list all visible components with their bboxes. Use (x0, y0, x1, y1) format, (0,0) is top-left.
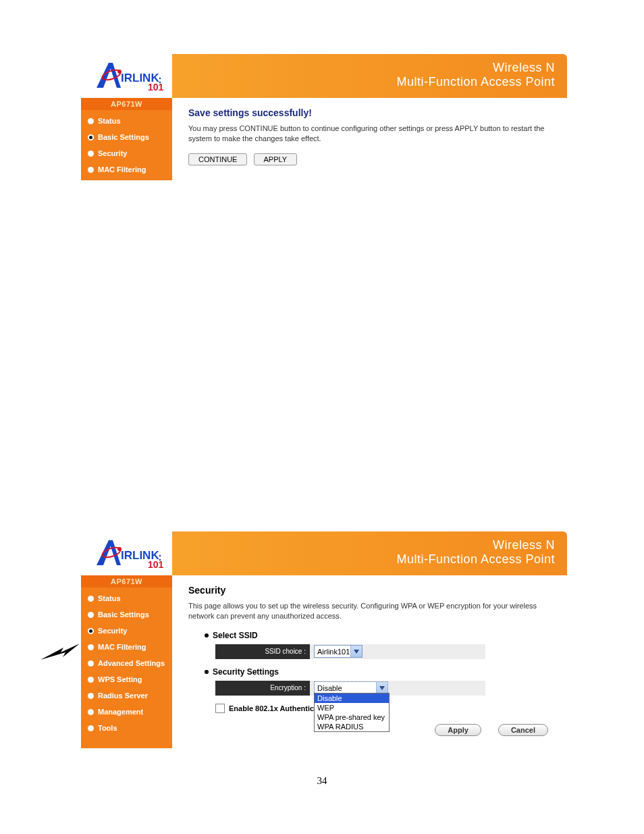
banner-line1: Wireless N (172, 61, 555, 75)
radio-icon (88, 709, 94, 715)
sidebar-item-label: MAC Filtering (98, 165, 146, 174)
sidebar-item-mac-filtering[interactable]: MAC Filtering (81, 639, 172, 655)
model-label: AP671W (81, 575, 172, 588)
bullet-icon (205, 633, 209, 637)
radio-icon (88, 612, 94, 618)
section-label: Security Settings (213, 667, 279, 677)
svg-point-4 (159, 77, 161, 79)
sidebar-item-label: Security (98, 627, 127, 635)
svg-text:101: 101 (148, 559, 164, 570)
apply-button[interactable]: APPLY (254, 153, 298, 165)
sidebar-item-basic-settings[interactable]: Basic Settings (81, 129, 172, 145)
sidebar-item-management[interactable]: Management (81, 704, 172, 720)
section-select-ssid: Select SSID (205, 631, 560, 640)
svg-text:101: 101 (148, 82, 164, 93)
sidebar-item-status[interactable]: Status (81, 590, 172, 606)
svg-marker-6 (41, 644, 80, 660)
radio-icon (88, 660, 94, 667)
sidebar-item-label: Basic Settings (98, 133, 149, 141)
continue-button[interactable]: CONTINUE (188, 153, 247, 165)
callout-arrow-icon (41, 640, 81, 667)
radio-icon (88, 693, 94, 699)
ssid-choice-label: SSID choice : (215, 644, 310, 659)
svg-point-11 (159, 554, 161, 556)
radio-icon (88, 725, 94, 731)
ssid-select[interactable]: Airlink101 (314, 645, 363, 658)
sidebar-item-label: Radius Server (98, 692, 148, 700)
radio-icon (88, 596, 94, 602)
banner-line2: Multi-Function Access Point (172, 552, 555, 567)
page-title: Save settings successfully! (188, 107, 560, 118)
encryption-option[interactable]: WPA RADIUS (315, 722, 389, 731)
page-description: You may press CONTINUE button to continu… (188, 124, 553, 144)
encryption-option[interactable]: Disable (315, 694, 389, 703)
sidebar-item-label: Advanced Settings (98, 659, 165, 667)
svg-point-5 (159, 81, 161, 83)
radio-icon (88, 628, 94, 634)
page-number: 34 (0, 775, 644, 787)
sidebar-item-label: Basic Settings (98, 610, 149, 619)
svg-marker-13 (354, 650, 359, 654)
encryption-option[interactable]: WEP (315, 703, 389, 712)
sidebar-item-mac-filtering[interactable]: MAC Filtering (81, 161, 172, 178)
sidebar-item-label: MAC Filtering (98, 643, 146, 651)
section-security-settings: Security Settings (205, 667, 560, 677)
sidebar-item-security[interactable]: Security (81, 623, 172, 639)
chevron-down-icon (376, 682, 387, 694)
page-title: Security (188, 585, 560, 596)
svg-point-12 (159, 558, 161, 561)
sidebar-item-status[interactable]: Status (81, 113, 172, 129)
chevron-down-icon (350, 646, 362, 657)
bullet-icon (205, 670, 209, 674)
product-banner: Wireless N Multi-Function Access Point (172, 54, 567, 98)
encryption-label: Encryption : (215, 681, 310, 696)
encryption-select-value: Disable (317, 684, 342, 692)
radio-icon (88, 644, 94, 650)
enable-8021x-checkbox[interactable] (215, 704, 225, 713)
radio-icon (88, 167, 94, 173)
sidebar-item-tools[interactable]: Tools (81, 720, 172, 736)
section-label: Select SSID (213, 631, 258, 640)
radio-icon (88, 677, 94, 683)
sidebar: AP671W Status Basic Settings Security (81, 98, 172, 180)
sidebar-item-radius-server[interactable]: Radius Server (81, 687, 172, 704)
apply-button[interactable]: Apply (435, 724, 481, 736)
sidebar-item-label: Management (98, 708, 143, 716)
radio-icon (88, 118, 94, 124)
banner-line1: Wireless N (172, 538, 555, 552)
cancel-button[interactable]: Cancel (498, 724, 548, 736)
sidebar-item-advanced-settings[interactable]: Advanced Settings (81, 655, 172, 671)
model-label: AP671W (81, 98, 172, 110)
encryption-option[interactable]: WPA pre-shared key (315, 712, 389, 722)
screenshot-save-settings: IRLINK 101 Wireless N Multi-Function Acc… (81, 54, 567, 180)
sidebar-item-label: Tools (98, 724, 117, 732)
brand-logo: IRLINK 101 (81, 54, 172, 98)
product-banner: Wireless N Multi-Function Access Point (172, 531, 567, 575)
ssid-select-value: Airlink101 (317, 648, 350, 656)
sidebar-item-basic-settings[interactable]: Basic Settings (81, 606, 172, 623)
sidebar-item-label: Status (98, 594, 121, 602)
radio-icon (88, 151, 94, 157)
svg-marker-14 (379, 686, 385, 690)
sidebar-item-security[interactable]: Security (81, 145, 172, 161)
sidebar-item-label: Status (98, 117, 121, 125)
page-description: This page allows you to set up the wirel… (188, 601, 553, 621)
radio-icon (88, 134, 94, 140)
sidebar: AP671W Status Basic Settings Security MA… (81, 575, 172, 748)
encryption-dropdown-list: Disable WEP WPA pre-shared key WPA RADIU… (314, 693, 390, 732)
sidebar-item-wps-setting[interactable]: WPS Setting (81, 671, 172, 687)
sidebar-item-label: WPS Setting (98, 675, 142, 683)
sidebar-item-label: Security (98, 149, 127, 157)
screenshot-security: IRLINK 101 Wireless N Multi-Function Acc… (81, 531, 567, 748)
banner-line2: Multi-Function Access Point (172, 75, 555, 89)
brand-logo: IRLINK 101 (81, 531, 172, 575)
